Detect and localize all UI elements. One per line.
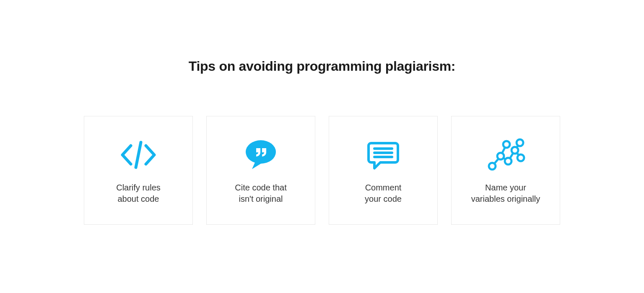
comment-lines-icon — [365, 136, 401, 174]
card-cite-code: Cite code that isn't original — [206, 116, 315, 225]
card-label: Name your variables originally — [471, 182, 540, 205]
network-icon — [486, 136, 526, 174]
page-title: Tips on avoiding programming plagiarism: — [189, 59, 455, 74]
cards-row: Clarify rules about code Cite code that … — [84, 116, 560, 225]
card-comment-code: Comment your code — [329, 116, 438, 225]
svg-point-17 — [517, 139, 523, 146]
svg-line-0 — [136, 142, 141, 167]
card-label: Comment your code — [365, 182, 402, 205]
card-label: Cite code that isn't original — [235, 182, 286, 205]
card-name-variables: Name your variables originally — [451, 116, 560, 225]
svg-point-1 — [246, 140, 276, 164]
quote-bubble-icon — [243, 136, 279, 174]
svg-point-13 — [505, 158, 512, 164]
card-clarify-rules: Clarify rules about code — [84, 116, 193, 225]
svg-point-14 — [503, 141, 510, 148]
svg-point-16 — [517, 154, 524, 161]
svg-point-11 — [489, 163, 496, 170]
svg-point-12 — [497, 153, 504, 159]
card-label: Clarify rules about code — [116, 182, 161, 205]
code-icon — [118, 136, 158, 174]
svg-point-15 — [512, 147, 518, 154]
